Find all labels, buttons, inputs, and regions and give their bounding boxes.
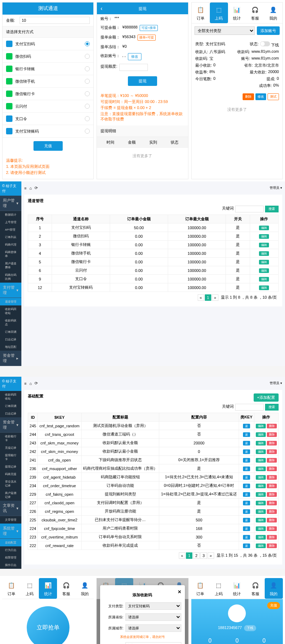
pay-type-select[interactable]: 全部支付类型 — [195, 26, 255, 35]
add-qr-panel: 📋订单⬚上码📊统计🎧客服👤我的 添加收款码× 支付类型:支付宝转账码所属省份:请… — [97, 578, 188, 644]
account-panel: 📋订单⬚上码📊统计🎧客服👤我的 全部支付类型添加账号 类型:支付宝扫码状态: 下… — [191, 2, 283, 179]
tab[interactable]: 🎧客服 — [246, 2, 264, 23]
test-channel-panel: 测试通道 金额: 请选择支付方式 支付宝扫码微信扫码银行卡转账微信转手机微信银行… — [2, 2, 94, 179]
amount-input[interactable] — [20, 17, 90, 24]
withdraw-panel: ‹提现 账号：*** 可提余额：¥888888可提≈接单 接单余额：¥56343… — [97, 2, 188, 179]
modify-button[interactable]: 修改 — [128, 53, 141, 60]
admin-channel-panel: © 桔子支付 用户管理▾ 数据统计上号管理API管理订单列表码商代理码商密保率用… — [0, 181, 285, 366]
menu-icon[interactable]: ≡ — [24, 186, 26, 190]
pay-option[interactable]: 微信扫码 — [2, 50, 93, 63]
back-icon[interactable]: ‹ — [100, 5, 102, 12]
pay-option[interactable]: 支付宝转账码 — [2, 125, 93, 138]
pay-option[interactable]: 微信银行卡 — [2, 88, 93, 100]
pay-option[interactable]: 支口令 — [2, 113, 93, 125]
tab[interactable]: 📋订单 — [192, 2, 210, 23]
refresh-icon[interactable]: ⟳ — [35, 186, 38, 190]
home-icon[interactable]: ⌂ — [29, 186, 32, 190]
pay-option[interactable]: 云闪付 — [2, 100, 93, 113]
withdraw-amount-input[interactable] — [119, 64, 148, 71]
delete-button[interactable]: 删除 — [243, 93, 254, 100]
close-icon[interactable]: × — [178, 589, 181, 595]
grab-order-panel: 📋订单⬚上码📊统计🎧客服👤我的 立即抢单 每隔5000分钟会自动下线 接单余额:… — [2, 578, 94, 644]
panel-title: 测试通道 — [2, 2, 93, 15]
pay-option[interactable]: 微信转手机 — [2, 75, 93, 88]
tab[interactable]: 📊统计 — [228, 2, 246, 23]
menu-pay[interactable]: 支付管理▾ — [0, 283, 21, 298]
grab-order-button[interactable]: 立即抢单 — [27, 606, 69, 644]
tab[interactable]: 👤我的 — [264, 2, 283, 23]
keyword-input[interactable] — [235, 206, 264, 212]
menu-user[interactable]: 用户管理▾ — [0, 196, 21, 211]
menu-fund[interactable]: 资金管理▸ — [0, 351, 21, 366]
recharge-button[interactable]: 充值 — [33, 141, 63, 151]
admin-config-panel: © 桔子支付 收款码回收站订单回调日志记录 资金管理▾ 收款银行卡充值记录提现银… — [0, 377, 285, 569]
add-config-button[interactable]: +添加配置 — [254, 393, 279, 402]
recharge-button[interactable]: 充值 — [267, 602, 280, 609]
test-button[interactable]: 测试 — [268, 93, 279, 100]
pay-option[interactable]: 银行卡转账 — [2, 63, 93, 75]
withdraw-button[interactable]: 提现 — [128, 76, 157, 86]
search-button[interactable]: 搜索 — [265, 206, 279, 212]
profile-panel: 📋订单⬚上码📊统计🎧客服👤我的 充值 18812345677下线 0接单余额0可… — [191, 578, 283, 644]
tab[interactable]: ⬚上码 — [210, 2, 228, 23]
avatar — [228, 604, 246, 622]
add-account-button[interactable]: 添加账号 — [257, 26, 280, 35]
modify-button[interactable]: 修改 — [255, 93, 266, 100]
pay-option[interactable]: 支付宝扫码 — [2, 38, 93, 50]
